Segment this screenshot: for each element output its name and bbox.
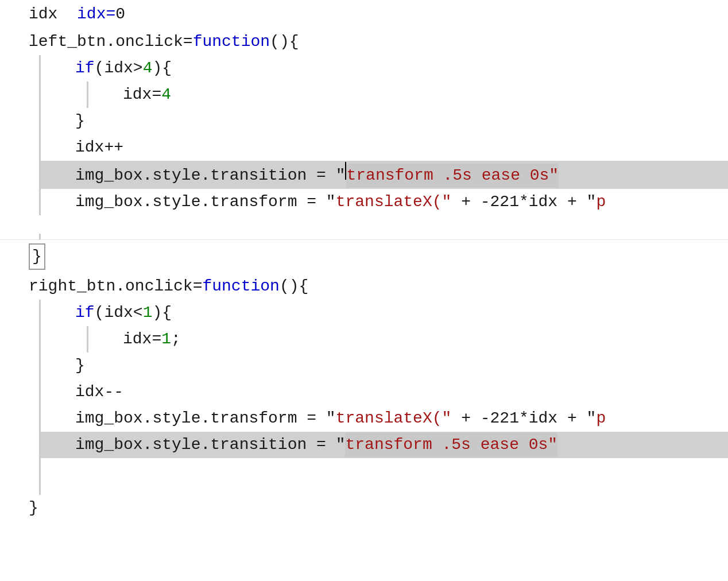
token-plus-calc1: + -221*idx + ": [451, 190, 596, 214]
text-cursor: [345, 162, 346, 180]
token-str-translatex2: translateX(": [336, 406, 452, 431]
token-num1: 1: [143, 301, 153, 325]
left-btn-block: if(idx>4){ idx=4 } idx++ img_box.style.t…: [39, 55, 728, 215]
token-str-p2: p: [596, 406, 606, 431]
line-transition-1: img_box.style.transition = "transform .5…: [41, 161, 728, 189]
token-right-btn: right_btn.onclick=: [29, 274, 202, 299]
token-brace-open1: ){: [152, 56, 172, 80]
blank-line-1: [0, 215, 728, 234]
token-idx-dec: idx--: [75, 380, 123, 404]
token-paren2: (){: [280, 274, 308, 299]
token-plain: left_btn.onclick=: [29, 30, 193, 54]
token-semi: ;: [171, 327, 181, 351]
token-paren: (){: [270, 30, 299, 54]
token-imgbox-transform2: img_box.style.transform = ": [75, 406, 336, 431]
blank-line-2: [41, 458, 728, 495]
token-imgbox-transition1: img_box.style.transition = ": [75, 164, 345, 188]
inner-block-2: idx=1;: [87, 326, 728, 353]
token-close2: }: [75, 354, 85, 378]
code-editor: idx idx=0 left_btn.onclick=function(){ i…: [0, 0, 728, 581]
token-idx-inc: idx++: [75, 135, 123, 160]
token-function2: function: [202, 274, 279, 299]
line-transform-1: img_box.style.transform = "translateX(" …: [41, 189, 728, 215]
token-string-transition2: transform .5s ease 0s": [345, 433, 557, 457]
token-string-transition1: transform .5s ease 0s": [346, 164, 559, 188]
line-right-btn-onclick: right_btn.onclick=function(){: [0, 273, 728, 300]
border-continuation: [39, 234, 728, 239]
line-left-btn-onclick: left_btn.onclick=function(){: [0, 29, 728, 55]
token-condition1: (idx>: [95, 56, 143, 80]
line-close-brace1: }: [41, 108, 728, 134]
line-if-idx-lt1: if(idx<1){: [41, 300, 728, 326]
token-num4: 4: [143, 56, 153, 80]
token-close-left: }: [29, 243, 45, 270]
token-final-brace: }: [29, 496, 38, 520]
token-brace-open2: ){: [152, 301, 172, 325]
line-idx-eq-4: idx=4: [88, 82, 728, 108]
line-final-brace: }: [0, 495, 728, 521]
line-idx-increment: idx++: [41, 134, 728, 161]
token-if2: if: [75, 301, 95, 325]
top-header-line: idx idx=0: [0, 0, 728, 29]
left-btn-section: left_btn.onclick=function(){ if(idx>4){ …: [0, 29, 728, 239]
line-transform-2: img_box.style.transform = "translateX(" …: [41, 405, 728, 432]
inner-block-1: idx=4: [87, 82, 728, 108]
token-imgbox-transition2: img_box.style.transition = ": [75, 433, 345, 457]
token-str-p1: p: [596, 190, 606, 214]
line-transition-2: img_box.style.transition = "transform .5…: [41, 432, 728, 458]
right-btn-section: right_btn.onclick=function(){ if(idx<1){…: [0, 273, 728, 495]
token-num1b: 1: [161, 327, 171, 351]
line-idx-eq-1: idx=1;: [88, 326, 728, 353]
token-str-translatex1: translateX(": [336, 190, 452, 214]
token-idx1: idx=: [123, 83, 161, 107]
token-num4b: 4: [161, 83, 171, 107]
line-if-idx-gt4: if(idx>4){: [41, 55, 728, 82]
line-close-brace2: }: [41, 353, 728, 379]
token-condition2: (idx<: [95, 301, 143, 325]
token-imgbox-transform1: img_box.style.transform = ": [75, 190, 336, 214]
line-closing-brace-left: }: [0, 239, 728, 271]
right-btn-block: if(idx<1){ idx=1; } idx-- img_box.style.…: [39, 300, 728, 495]
token-close1: }: [75, 109, 85, 133]
token-idx2: idx=: [123, 327, 161, 351]
line-idx-decrement: idx--: [41, 379, 728, 405]
token-if: if: [75, 56, 95, 80]
token-plus-calc2: + -221*idx + ": [451, 406, 596, 431]
token-keyword-function: function: [193, 30, 270, 54]
